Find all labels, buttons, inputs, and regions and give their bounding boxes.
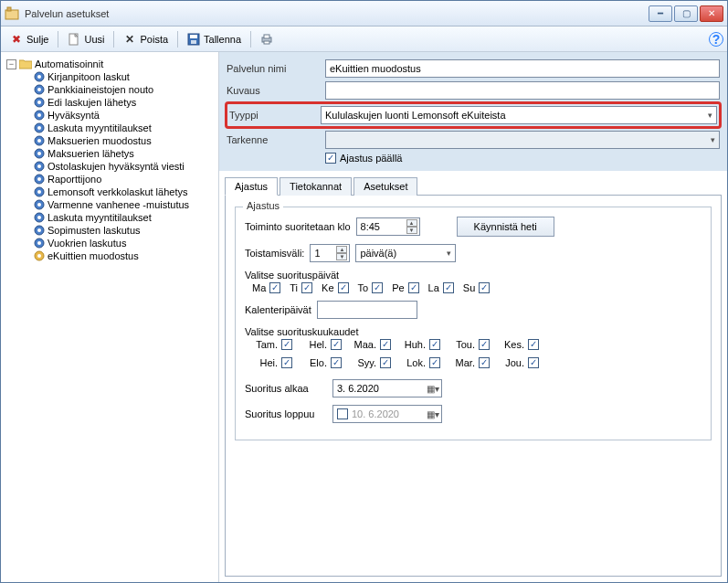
month-checkbox[interactable]: Tam.✓ <box>252 339 292 350</box>
day-checkbox[interactable]: Ke✓ <box>322 282 348 293</box>
save-icon <box>187 33 200 46</box>
tree-item-label: Lemonsoft verkkolaskut lähetys <box>47 186 187 197</box>
checkbox-icon: ✓ <box>281 357 292 368</box>
save-label: Tallenna <box>204 34 241 45</box>
day-checkbox[interactable]: Ti✓ <box>290 282 312 293</box>
month-checkbox[interactable]: Hel.✓ <box>301 339 342 350</box>
month-checkbox[interactable]: Kes.✓ <box>499 339 539 350</box>
delete-icon: ✕ <box>123 33 136 46</box>
start-date-input[interactable]: 3. 6.2020 ▦▾ <box>332 379 442 398</box>
month-checkbox[interactable]: Lok.✓ <box>400 357 440 368</box>
checkbox-icon: ✓ <box>331 357 342 368</box>
month-checkbox[interactable]: Hei.✓ <box>252 357 292 368</box>
type-select[interactable]: Kululaskujen luonti Lemonsoft eKuiteista… <box>321 106 717 124</box>
calendar-input[interactable] <box>317 301 417 319</box>
run-at-input[interactable]: 8:45 ▲▼ <box>356 217 420 236</box>
gear-node-icon <box>34 71 45 82</box>
delete-button[interactable]: ✕ Poista <box>118 31 174 48</box>
tree-item[interactable]: Sopimusten laskutus <box>3 224 216 237</box>
interval-label: Toistamisväli: <box>245 248 304 259</box>
month-checkbox[interactable]: Elo.✓ <box>301 357 342 368</box>
tree-item[interactable]: Ostolaskujen hyväksyntä viesti <box>3 160 216 173</box>
desc-input[interactable] <box>325 81 720 100</box>
calendar-icon[interactable]: ▦▾ <box>427 382 439 395</box>
app-window: Palvelun asetukset ━ ▢ ✕ ✖ Sulje Uusi ✕ … <box>0 0 728 583</box>
svg-point-13 <box>37 88 41 91</box>
month-checkbox[interactable]: Tou.✓ <box>449 339 490 350</box>
close-button[interactable]: ✖ Sulje <box>5 31 54 48</box>
spinner-icon[interactable]: ▲▼ <box>336 246 347 260</box>
days-header: Valitse suorituspäivät <box>245 270 702 281</box>
folder-icon <box>19 58 32 69</box>
svg-point-25 <box>37 164 41 168</box>
tree-root-label: Automatisoinnit <box>35 58 103 69</box>
tree-panel: −AutomatisoinnitKirjanpitoon laskutPankk… <box>1 52 219 582</box>
maximize-button[interactable]: ▢ <box>674 5 698 22</box>
interval-unit-select[interactable]: päivä(ä) ▾ <box>355 244 456 262</box>
help-button[interactable]: ? <box>709 32 723 47</box>
day-checkbox[interactable]: Su✓ <box>463 282 490 293</box>
tree-item[interactable]: Vuokrien laskutus <box>3 237 216 249</box>
tree-item[interactable]: Laskuta myyntitilaukset <box>3 211 216 224</box>
name-input[interactable] <box>325 59 720 78</box>
month-checkbox[interactable]: Syy.✓ <box>351 357 391 368</box>
tree-root[interactable]: −Automatisoinnit <box>3 58 216 70</box>
month-checkbox[interactable]: Jou.✓ <box>499 357 539 368</box>
tree-item-label: Laskuta myyntitilaukset <box>47 122 152 133</box>
calendar-icon[interactable]: ▦▾ <box>427 408 439 420</box>
close-window-button[interactable]: ✕ <box>700 5 723 22</box>
tree-item-label: Kirjanpitoon laskut <box>47 71 130 82</box>
gear-node-icon <box>34 174 45 185</box>
run-now-button[interactable]: Käynnistä heti <box>457 217 554 237</box>
svg-point-23 <box>37 152 41 155</box>
tab-asetukset[interactable]: Asetukset <box>353 177 417 196</box>
interval-input[interactable]: 1 ▲▼ <box>310 244 350 262</box>
checkbox-icon: ✓ <box>429 339 440 350</box>
chevron-down-icon: ▾ <box>711 135 715 144</box>
day-checkbox[interactable]: Pe✓ <box>392 282 418 293</box>
collapse-icon[interactable]: − <box>6 59 16 69</box>
tree-item[interactable]: Varmenne vanhenee -muistutus <box>3 198 216 211</box>
timer-checkbox[interactable]: ✓ Ajastus päällä <box>325 153 403 164</box>
tab-ajastus[interactable]: Ajastus <box>225 177 278 196</box>
end-date-input[interactable]: 10. 6.2020 ▦▾ <box>332 405 442 423</box>
tab-tietokannat[interactable]: Tietokannat <box>280 177 352 196</box>
details-panel: Palvelun nimi Kuvaus Tyyppi Kululaskujen… <box>219 52 727 582</box>
save-button[interactable]: Tallenna <box>182 31 247 48</box>
tree-item[interactable]: Maksuerien lähetys <box>3 147 216 160</box>
spinner-icon[interactable]: ▲▼ <box>406 219 417 234</box>
month-checkbox[interactable]: Mar.✓ <box>449 357 490 368</box>
svg-point-27 <box>37 177 41 181</box>
end-label: Suoritus loppuu <box>245 408 327 419</box>
month-label: Syy. <box>351 357 376 368</box>
gear-node-icon <box>34 110 45 121</box>
tree-item[interactable]: Raporttijono <box>3 173 216 186</box>
tree-item[interactable]: Edi laskujen lähetys <box>3 96 216 109</box>
day-label: Ma <box>252 282 266 293</box>
spec-label: Tarkenne <box>227 134 325 145</box>
tree-item-label: eKuittien muodostus <box>47 250 139 261</box>
tree-item[interactable]: Laskuta myyntitilaukset <box>3 122 216 134</box>
months-row-2: Hei.✓Elo.✓Syy.✓Lok.✓Mar.✓Jou.✓ <box>252 357 702 368</box>
tree-item[interactable]: eKuittien muodostus <box>3 249 216 262</box>
tree-item[interactable]: Kirjanpitoon laskut <box>3 70 216 83</box>
day-checkbox[interactable]: To✓ <box>358 282 384 293</box>
day-checkbox[interactable]: Ma✓ <box>252 282 280 293</box>
day-label: Pe <box>392 282 404 293</box>
day-checkbox[interactable]: La✓ <box>428 282 454 293</box>
month-label: Kes. <box>499 339 524 350</box>
tree-item[interactable]: Pankkiaineistojen nouto <box>3 83 216 96</box>
end-enable-checkbox[interactable] <box>337 408 348 419</box>
checkbox-icon: ✓ <box>372 282 383 293</box>
gear-node-icon <box>34 212 45 223</box>
checkbox-icon: ✓ <box>380 339 391 350</box>
tree-item[interactable]: Hyväksyntä <box>3 109 216 122</box>
month-checkbox[interactable]: Huh.✓ <box>400 339 440 350</box>
svg-point-37 <box>37 241 41 245</box>
month-checkbox[interactable]: Maa.✓ <box>351 339 391 350</box>
print-button[interactable] <box>255 31 279 48</box>
tree-item[interactable]: Lemonsoft verkkolaskut lähetys <box>3 186 216 198</box>
minimize-button[interactable]: ━ <box>649 5 672 22</box>
new-button[interactable]: Uusi <box>62 31 110 48</box>
tree-item[interactable]: Maksuerien muodostus <box>3 134 216 147</box>
